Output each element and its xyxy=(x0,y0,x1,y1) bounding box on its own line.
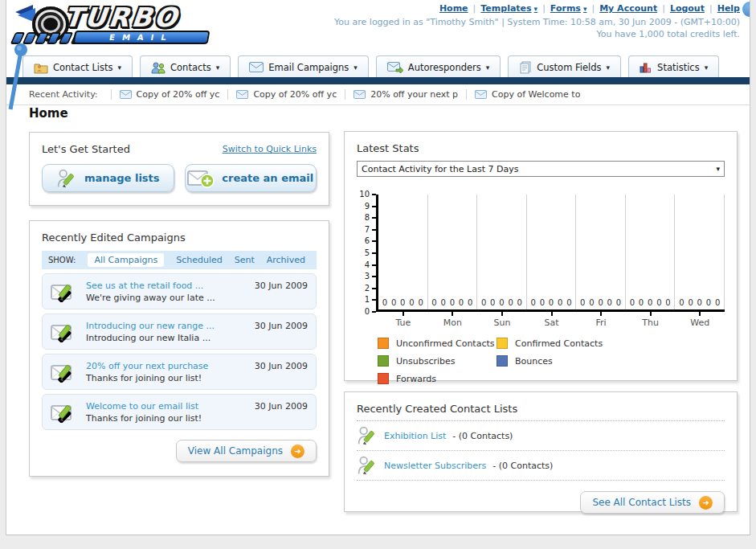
legend-item: Forwards xyxy=(378,373,497,384)
chevron-down-icon: ▾ xyxy=(705,64,709,72)
recent-activity-item[interactable]: 20% off your next p xyxy=(345,89,466,100)
folder-icon xyxy=(34,61,48,74)
legend-item: Unconfirmed Contacts xyxy=(378,338,497,349)
chart-plot: 00000000000000000000000000000000000 xyxy=(376,195,725,312)
envelope-arrow-icon xyxy=(387,62,403,73)
person-pencil-icon xyxy=(56,168,77,189)
envelope-icon xyxy=(236,90,248,99)
show-label: SHOW: xyxy=(48,256,76,264)
campaign-subtitle: Thanks for joining our list! xyxy=(86,372,247,384)
stats-period-dropdown[interactable]: Contact Activity for the Last 7 Days ▾ xyxy=(357,161,725,177)
campaign-row: See us at the retail food ... We're givi… xyxy=(42,273,317,309)
contact-list-link[interactable]: Exhibition List xyxy=(384,431,446,441)
chart-legend: Unconfirmed ContactsConfirmed ContactsUn… xyxy=(378,338,725,391)
chevron-down-icon: ▾ xyxy=(486,64,490,72)
campaign-row: 20% off your next purchase Thanks for jo… xyxy=(42,354,317,390)
campaign-title-link[interactable]: Introducing our new range ... xyxy=(86,320,247,332)
tab-contacts[interactable]: Contacts ▾ xyxy=(140,55,231,78)
envelope-icon xyxy=(353,90,366,99)
recent-activity-item[interactable]: Copy of 20% off yc xyxy=(227,89,345,100)
contact-list-count: - (0 Contacts) xyxy=(492,461,553,471)
envelope-pencil-icon xyxy=(51,281,78,302)
campaigns-title: Recently Edited Campaigns xyxy=(42,231,317,244)
logo-email-bar: EMAIL xyxy=(73,31,210,44)
recent-activity-label: Recent Activity: xyxy=(29,89,98,100)
filter-all-campaigns[interactable]: All Campaigns xyxy=(88,253,164,267)
nav-link-forms[interactable]: Forms▾ xyxy=(550,3,587,14)
nav-divider-bar xyxy=(6,77,750,84)
campaign-title-link[interactable]: See us at the retail food ... xyxy=(86,280,247,292)
page-title: Home xyxy=(29,106,68,121)
main-nav-tabs: Contact Lists ▾ Contacts ▾ Email Campaig… xyxy=(22,55,750,78)
contact-list-count: - (0 Contacts) xyxy=(452,431,513,441)
nav-link-my-account[interactable]: My Account xyxy=(599,3,657,14)
people-icon xyxy=(151,61,166,74)
nav-link-logout[interactable]: Logout xyxy=(670,3,705,14)
campaign-row: Introducing our new range ... Introducin… xyxy=(42,313,317,350)
get-started-panel: Let's Get Started Switch to Quick Links … xyxy=(29,132,329,206)
arrow-right-icon: ➜ xyxy=(291,445,304,458)
chevron-down-icon: ▾ xyxy=(216,64,220,72)
person-pencil-icon xyxy=(357,455,378,476)
tab-contact-lists[interactable]: Contact Lists ▾ xyxy=(22,55,133,78)
top-header: Home| Templates▾| Forms▾| My Account| Lo… xyxy=(334,3,740,39)
recent-activity-bar: Recent Activity: Copy of 20% off yc Copy… xyxy=(6,84,750,105)
envelope-icon xyxy=(249,62,264,72)
create-email-button[interactable]: create an email xyxy=(185,164,317,192)
see-all-contact-lists-button[interactable]: See All Contact Lists ➜ xyxy=(580,491,725,514)
manage-lists-button[interactable]: manage lists xyxy=(42,164,174,192)
contact-list-row: Exhibition List - (0 Contacts) xyxy=(357,421,725,451)
login-status-text: You are logged in as "Timothy Smith" | S… xyxy=(334,17,740,27)
documents-icon xyxy=(519,61,532,74)
chevron-down-icon: ▾ xyxy=(716,165,720,173)
contact-list-row: Newsletter Subscribers - (0 Contacts) xyxy=(357,451,725,481)
campaign-subtitle: We're giving away our late ... xyxy=(86,292,247,304)
chevron-down-icon: ▾ xyxy=(353,64,358,72)
tab-email-campaigns[interactable]: Email Campaigns ▾ xyxy=(238,55,369,78)
credits-text: You have 1,000 total credits left. xyxy=(334,29,740,39)
tab-statistics[interactable]: Statistics ▾ xyxy=(628,55,719,78)
legend-item: Bounces xyxy=(497,355,615,367)
nav-link-templates[interactable]: Templates▾ xyxy=(480,3,537,14)
tab-autoresponders[interactable]: Autoresponders ▾ xyxy=(376,55,501,78)
nav-link-help[interactable]: Help xyxy=(717,3,740,14)
campaign-subtitle: Introducing our new Italia ... xyxy=(86,332,247,344)
chevron-down-icon: ▾ xyxy=(534,5,538,13)
contact-list-link[interactable]: Newsletter Subscribers xyxy=(384,461,486,471)
contact-lists-title: Recently Created Contact Lists xyxy=(357,403,725,415)
arrow-right-icon: ➜ xyxy=(699,496,713,510)
campaign-date: 30 Jun 2009 xyxy=(255,281,308,291)
chart-x-labels: TueMonSunSatFriThuWed xyxy=(378,312,725,328)
contact-activity-chart: 109876543210 000000000000000000000000000… xyxy=(357,195,725,312)
switch-quick-links-link[interactable]: Switch to Quick Links xyxy=(223,144,317,154)
chevron-down-icon: ▾ xyxy=(607,64,611,72)
envelope-icon xyxy=(475,90,487,99)
envelope-pencil-icon xyxy=(51,362,78,383)
campaign-row: Welcome to our email list Thanks for joi… xyxy=(42,394,317,430)
campaign-date: 30 Jun 2009 xyxy=(255,401,308,412)
filter-sent[interactable]: Sent xyxy=(235,255,255,265)
filter-archived[interactable]: Archived xyxy=(267,255,305,265)
chevron-down-icon: ▾ xyxy=(583,5,587,13)
help-bubble-icon[interactable] xyxy=(742,2,750,17)
envelope-plus-icon xyxy=(187,169,215,188)
view-all-campaigns-button[interactable]: View All Campaigns ➜ xyxy=(176,440,317,462)
campaign-title-link[interactable]: Welcome to our email list xyxy=(86,400,247,412)
campaign-title-link[interactable]: 20% off your next purchase xyxy=(86,360,247,372)
envelope-icon xyxy=(120,90,132,99)
recent-activity-item[interactable]: Copy of 20% off yc xyxy=(111,89,228,100)
latest-stats-panel: Latest Stats Contact Activity for the La… xyxy=(344,131,738,381)
envelope-pencil-icon xyxy=(51,402,78,423)
recent-activity-item[interactable]: Copy of Welcome to xyxy=(466,89,588,100)
tab-custom-fields[interactable]: Custom Fields ▾ xyxy=(508,55,621,78)
person-pencil-icon xyxy=(357,425,378,446)
nav-link-home[interactable]: Home xyxy=(439,3,468,14)
bar-chart-icon xyxy=(640,62,652,73)
chevron-down-icon: ▾ xyxy=(118,64,122,72)
campaigns-panel: Recently Edited Campaigns SHOW: All Camp… xyxy=(29,220,329,477)
campaign-date: 30 Jun 2009 xyxy=(255,361,308,371)
filter-scheduled[interactable]: Scheduled xyxy=(176,255,223,265)
latest-stats-title: Latest Stats xyxy=(357,142,725,154)
envelope-pencil-icon xyxy=(51,322,78,342)
legend-item: Confirmed Contacts xyxy=(497,338,615,349)
